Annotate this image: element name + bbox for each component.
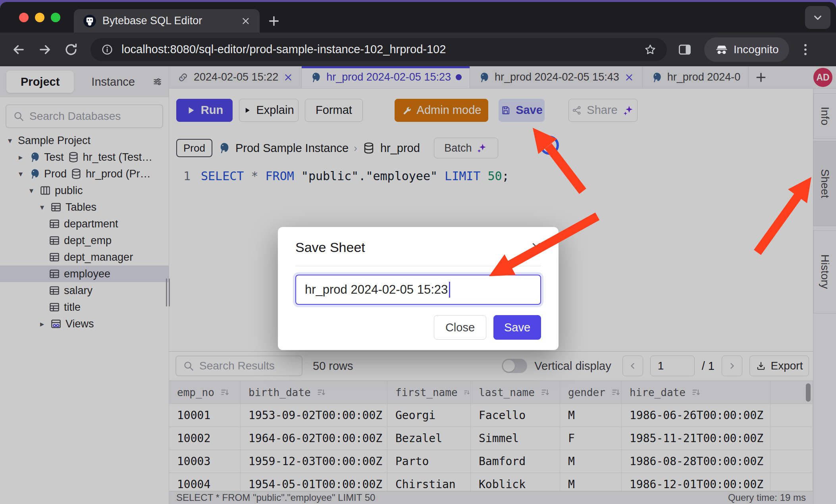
sort-icon[interactable] xyxy=(463,387,470,398)
wrench-icon xyxy=(402,105,412,115)
environment-chip[interactable]: Prod xyxy=(176,139,212,157)
tree-item[interactable]: ▸Views xyxy=(0,315,169,332)
sort-icon[interactable] xyxy=(540,387,551,398)
tree-item[interactable]: salary xyxy=(0,282,169,299)
modal-save-button[interactable]: Save xyxy=(493,315,541,340)
sort-icon[interactable] xyxy=(691,387,701,398)
minimize-window-button[interactable] xyxy=(35,13,44,22)
tree-item[interactable]: ▾Sample Project xyxy=(0,132,169,149)
forward-icon[interactable] xyxy=(37,42,52,57)
editor-tab[interactable]: hr_prod 2024-0 xyxy=(643,66,749,88)
address-bar[interactable]: localhost:8080/sql-editor/prod-sample-in… xyxy=(91,38,667,61)
column-header[interactable]: first_name xyxy=(387,381,471,404)
browser-tab[interactable]: Bytebase SQL Editor xyxy=(74,9,260,33)
sidebar-resize-handle[interactable] xyxy=(165,279,171,306)
modal-close-button[interactable]: Close xyxy=(434,315,486,340)
close-tab-icon[interactable] xyxy=(624,72,634,83)
admin-mode-button[interactable]: Admin mode xyxy=(395,99,488,122)
run-button[interactable]: Run xyxy=(176,99,233,122)
browser-tabstrip: Bytebase SQL Editor xyxy=(0,2,836,33)
tree-item[interactable]: department xyxy=(0,215,169,232)
admin-mode-label: Admin mode xyxy=(417,104,482,117)
table-cell: F xyxy=(560,427,622,450)
save-button[interactable]: Save xyxy=(499,99,545,122)
tree-item[interactable]: ▾Tables xyxy=(0,199,169,215)
browser-menu-icon[interactable] xyxy=(798,42,813,57)
tab-list-button[interactable] xyxy=(805,6,830,29)
bookmark-star-icon[interactable] xyxy=(644,43,657,56)
column-header[interactable]: last_name xyxy=(471,381,560,404)
database-name[interactable]: hr_prod xyxy=(380,142,420,155)
tree-item[interactable]: dept_manager xyxy=(0,249,169,265)
database-tree: ▾Sample Project▸Testhr_test (Test…▾Prodh… xyxy=(0,132,169,332)
sort-icon[interactable] xyxy=(611,387,621,398)
maximize-window-button[interactable] xyxy=(51,13,60,22)
sidebar-tab-instance[interactable]: Instance xyxy=(77,71,149,93)
explain-label: Explain xyxy=(256,104,294,117)
sql-statement: SELECT * FROM "public"."employee" LIMIT … xyxy=(201,169,509,183)
tree-item-label: Tables xyxy=(65,201,96,214)
browser-tab-title: Bytebase SQL Editor xyxy=(102,15,235,27)
tree-item[interactable]: ▸Testhr_test (Test… xyxy=(0,149,169,165)
table-cell: Chirstian xyxy=(387,473,471,491)
results-scrollbar[interactable] xyxy=(806,383,811,402)
editor-tab[interactable]: hr_prod 2024-02-05 15:43 xyxy=(470,66,643,88)
table-row: 100021964-06-02T00:00:00ZBezalelSimmelF1… xyxy=(169,427,813,450)
table-icon xyxy=(48,268,60,280)
share-button[interactable]: Share xyxy=(568,99,638,122)
sort-icon[interactable] xyxy=(316,387,327,398)
sql-token: * xyxy=(244,169,265,183)
next-page-button[interactable] xyxy=(722,356,742,376)
sheet-name-value: hr_prod 2024-02-05 15:23 xyxy=(305,283,448,297)
database-search[interactable] xyxy=(6,104,163,128)
format-button[interactable]: Format xyxy=(305,99,363,122)
tree-item[interactable]: employee xyxy=(0,265,169,282)
back-icon[interactable] xyxy=(11,42,26,57)
tree-item[interactable]: ▾Prodhr_prod (Pr… xyxy=(0,165,169,182)
table-icon xyxy=(48,235,60,246)
close-window-button[interactable] xyxy=(19,13,29,22)
rail-tab-history[interactable]: History xyxy=(813,230,836,314)
modal-close-icon[interactable] xyxy=(530,240,543,253)
database-search-input[interactable] xyxy=(29,110,156,123)
vertical-display-toggle[interactable] xyxy=(502,359,527,373)
sidebar-tab-project[interactable]: Project xyxy=(6,71,74,93)
modal-divider xyxy=(295,266,541,266)
instance-name[interactable]: Prod Sample Instance xyxy=(235,142,349,155)
user-avatar[interactable]: AD xyxy=(813,68,832,87)
sql-editor-line[interactable]: 1 SELECT * FROM "public"."employee" LIMI… xyxy=(169,167,813,185)
site-info-icon[interactable] xyxy=(101,43,114,56)
editor-tab[interactable]: hr_prod 2024-02-05 15:23 xyxy=(302,66,470,88)
sort-icon[interactable] xyxy=(220,387,230,398)
column-header[interactable]: hire_date xyxy=(622,381,771,404)
tree-item[interactable]: dept_emp xyxy=(0,232,169,249)
results-search-input[interactable] xyxy=(199,360,295,372)
column-header[interactable]: gender xyxy=(560,381,622,404)
batch-button[interactable]: Batch xyxy=(434,138,498,158)
batch-label: Batch xyxy=(444,142,472,154)
tree-item[interactable]: title xyxy=(0,299,169,315)
page-input[interactable] xyxy=(650,356,695,376)
editor-tab[interactable]: 2024-02-05 15:22 xyxy=(169,66,302,88)
table-icon xyxy=(48,285,60,296)
table-cell: Georgi xyxy=(387,404,471,427)
rail-tab-sheet[interactable]: Sheet xyxy=(813,141,836,226)
rail-tab-info[interactable]: Info xyxy=(813,93,836,139)
prev-page-button[interactable] xyxy=(622,356,643,376)
browser-navbar: localhost:8080/sql-editor/prod-sample-in… xyxy=(0,33,836,66)
explain-button[interactable]: Explain xyxy=(239,99,299,122)
column-header[interactable]: emp_no xyxy=(169,381,241,404)
close-tab-icon[interactable] xyxy=(283,72,293,83)
chevron-right-icon: ▸ xyxy=(38,319,46,329)
sliders-icon[interactable] xyxy=(152,75,162,88)
column-header[interactable]: birth_date xyxy=(241,381,387,404)
side-panel-icon[interactable] xyxy=(677,42,692,57)
new-sheet-tab-button[interactable] xyxy=(754,71,768,84)
export-button[interactable]: Export xyxy=(749,356,809,376)
results-search[interactable] xyxy=(175,356,302,376)
new-tab-button[interactable] xyxy=(267,14,281,28)
sheet-name-input[interactable]: hr_prod 2024-02-05 15:23 xyxy=(295,275,541,305)
tree-item[interactable]: ▾public xyxy=(0,182,169,199)
reload-icon[interactable] xyxy=(64,42,79,57)
close-tab-icon[interactable] xyxy=(241,16,251,26)
